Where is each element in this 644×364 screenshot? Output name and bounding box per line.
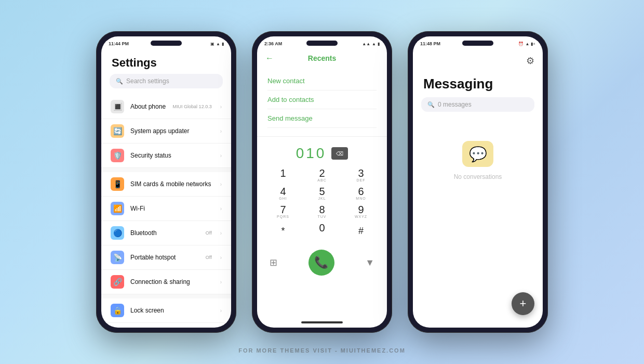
add-to-contacts-action[interactable]: Add to contacts <box>267 90 377 109</box>
notch-pill <box>151 41 182 46</box>
search-bar[interactable]: 🔍 Search settings <box>110 74 223 88</box>
status-bar-settings: 11:44 PM ▣ ▲ ▮ <box>101 36 231 51</box>
updater-arrow: › <box>220 128 222 134</box>
sim-label: SIM cards & mobile networks <box>130 180 214 188</box>
time-settings: 11:44 PM <box>109 41 129 46</box>
messaging-screen-container: 11:48 PM ⏰ ▲ ▮+ ⚙ Messaging 🔍 0 messages… <box>413 36 543 328</box>
recents-actions: New contact Add to contacts Send message <box>257 68 387 132</box>
apps-icon[interactable]: ⊞ <box>270 257 277 268</box>
settings-item-updater[interactable]: 🔄 System apps updater › <box>101 119 231 144</box>
key-2[interactable]: 2ABC <box>306 168 338 182</box>
empty-bubble-icon: 💬 <box>462 141 493 167</box>
recents-header: ← Recents <box>257 51 387 66</box>
key-1[interactable]: 1 <box>267 168 299 182</box>
hotspot-content: Portable hotspot <box>130 254 199 261</box>
battery-icon-3: ▮+ <box>531 42 535 46</box>
keypad-row-4: * 0 # <box>267 223 377 239</box>
hotspot-label: Portable hotspot <box>130 254 199 261</box>
recents-title: Recents <box>308 54 336 62</box>
new-contact-action[interactable]: New contact <box>267 72 377 90</box>
connection-icon: 🔗 <box>111 275 124 289</box>
keypad-row-2: 4GHI 5JKL 6MNO <box>267 186 377 200</box>
security-content: Security status <box>130 152 214 159</box>
bluetooth-label: Bluetooth <box>130 229 199 237</box>
settings-item-display[interactable]: ☀️ Display › <box>101 323 231 328</box>
wifi-icon-3: ▲ <box>525 42 529 46</box>
settings-screen: 11:44 PM ▣ ▲ ▮ Settings 🔍 Search setting… <box>101 36 231 328</box>
home-bar <box>301 321 343 323</box>
connection-label: Connection & sharing <box>130 278 214 285</box>
lockscreen-arrow: › <box>220 308 222 314</box>
settings-gear-icon[interactable]: ⚙ <box>526 55 534 67</box>
settings-item-connection[interactable]: 🔗 Connection & sharing › <box>101 270 231 294</box>
settings-item-security[interactable]: 🛡️ Security status › <box>101 144 231 168</box>
time-messaging: 11:48 PM <box>420 41 440 46</box>
key-4[interactable]: 4GHI <box>267 186 299 200</box>
settings-item-bluetooth[interactable]: 🔵 Bluetooth Off › <box>101 221 231 245</box>
wifi-icon-item: 📶 <box>111 202 124 215</box>
sim-arrow: › <box>220 181 222 187</box>
keypad: 1 2ABC 3DEF 4GHI 5JKL 6MNO 7PQRS 8TUV 9W… <box>257 166 387 245</box>
settings-item-sim[interactable]: 📱 SIM cards & mobile networks › <box>101 172 231 197</box>
key-5[interactable]: 5JKL <box>306 186 338 200</box>
key-0[interactable]: 0 <box>306 223 338 239</box>
phone-recents: 2:36 AM ▲▲ ▲ ▮ ← Recents New contact Add… <box>252 31 392 333</box>
wifi-content: Wi-Fi <box>130 205 214 212</box>
time-recents: 2:36 AM <box>264 41 282 46</box>
bluetooth-content: Bluetooth <box>130 229 199 237</box>
key-6[interactable]: 6MNO <box>345 186 377 200</box>
dialer-bottom-bar: ⊞ 📞 ▼ <box>257 245 387 278</box>
lockscreen-content: Lock screen <box>130 307 214 314</box>
status-bar-messaging: 11:48 PM ⏰ ▲ ▮+ <box>413 36 543 51</box>
settings-item-about[interactable]: 🔳 About phone MIUI Global 12.0.3 › <box>101 95 231 119</box>
alarm-icon: ⏰ <box>518 42 524 46</box>
settings-item-lockscreen[interactable]: 🔒 Lock screen › <box>101 298 231 323</box>
messaging-empty-state: 💬 No conversations <box>413 120 543 201</box>
updater-label: System apps updater <box>130 127 214 135</box>
key-8[interactable]: 8TUV <box>306 204 338 218</box>
phone-messaging: 11:48 PM ⏰ ▲ ▮+ ⚙ Messaging 🔍 0 messages… <box>408 31 548 333</box>
settings-item-wifi[interactable]: 📶 Wi-Fi › <box>101 197 231 221</box>
messaging-header: ⚙ <box>413 51 543 71</box>
bluetooth-icon: 🔵 <box>111 226 124 240</box>
key-9[interactable]: 9WXYZ <box>345 204 377 218</box>
security-icon: 🛡️ <box>111 149 124 162</box>
settings-content: Settings 🔍 Search settings 🔳 About phone… <box>101 36 231 328</box>
signal-icon: ▲▲ <box>362 42 370 46</box>
sim-icon: ▣ <box>210 42 214 46</box>
status-icons-3: ⏰ ▲ ▮+ <box>518 42 535 46</box>
wifi-label: Wi-Fi <box>130 205 214 212</box>
voicemail-icon[interactable]: ▼ <box>365 257 374 268</box>
key-hash[interactable]: # <box>345 223 377 239</box>
messaging-title: Messaging <box>413 71 543 97</box>
hotspot-badge: Off <box>206 255 212 260</box>
key-star[interactable]: * <box>267 223 299 239</box>
connection-arrow: › <box>220 279 222 285</box>
about-icon: 🔳 <box>111 100 124 113</box>
dialer-display: 010 ⌫ <box>257 137 387 166</box>
hotspot-arrow: › <box>220 255 222 261</box>
delete-button[interactable]: ⌫ <box>331 147 348 160</box>
dialer-number: 010 <box>296 145 327 162</box>
messaging-search-icon: 🔍 <box>427 101 435 108</box>
settings-item-hotspot[interactable]: 📡 Portable hotspot Off › <box>101 245 231 270</box>
sim-content: SIM cards & mobile networks <box>130 180 214 188</box>
phone-settings: 11:44 PM ▣ ▲ ▮ Settings 🔍 Search setting… <box>96 31 236 333</box>
watermark: FOR MORE THEMES VISIT - MIUITHEMEZ.COM <box>238 347 406 354</box>
keypad-row-1: 1 2ABC 3DEF <box>267 168 377 182</box>
key-7[interactable]: 7PQRS <box>267 204 299 218</box>
hotspot-icon: 📡 <box>111 251 124 264</box>
compose-button[interactable]: + <box>512 292 534 315</box>
back-button[interactable]: ← <box>265 54 274 63</box>
bluetooth-badge: Off <box>206 230 212 236</box>
key-3[interactable]: 3DEF <box>345 168 377 182</box>
notch-pill-2 <box>306 41 338 46</box>
send-message-action[interactable]: Send message <box>267 109 377 128</box>
call-button[interactable]: 📞 <box>308 250 334 276</box>
search-icon: 🔍 <box>116 78 123 85</box>
messaging-search-bar[interactable]: 🔍 0 messages <box>421 97 534 112</box>
status-icons-2: ▲▲ ▲ ▮ <box>362 42 380 46</box>
about-label: About phone <box>130 103 167 110</box>
messaging-search-placeholder: 0 messages <box>438 101 472 108</box>
battery-icon-2: ▮ <box>378 42 380 46</box>
